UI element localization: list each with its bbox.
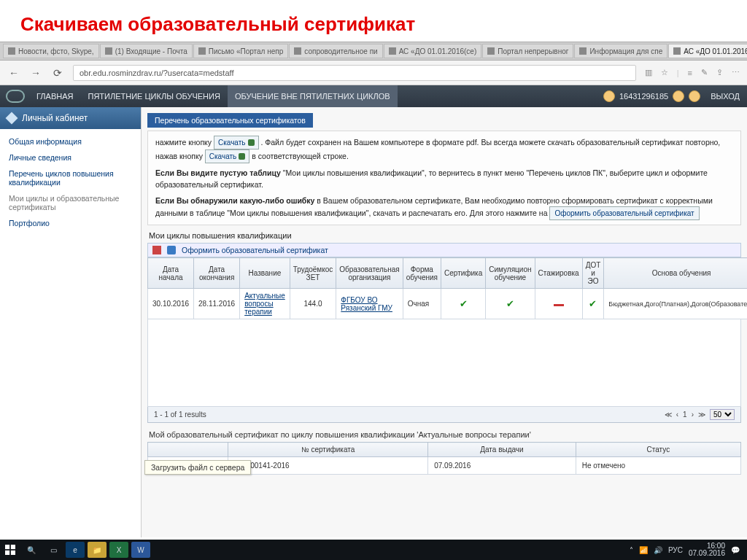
col-number[interactable]: № сертификата	[228, 443, 428, 457]
org-link[interactable]: ФГБОУ ВО Рязанский ГМУ	[341, 296, 392, 312]
favicon-icon	[389, 47, 396, 55]
favorites-icon[interactable]: ☆	[661, 68, 668, 77]
col-dot[interactable]: ДОТ и ЭО	[582, 258, 604, 289]
tray-language[interactable]: РУС	[668, 546, 683, 554]
tray-network-icon[interactable]: 📶	[639, 546, 648, 554]
table-row[interactable]: 30.10.2016 28.11.2016 Актуальные вопросы…	[148, 289, 748, 319]
clock-date: 07.09.2016	[689, 550, 725, 557]
tab-label: Информация для спе	[589, 47, 662, 55]
tool-icon[interactable]	[152, 246, 161, 254]
notes-icon[interactable]: ✎	[701, 68, 708, 77]
col-org[interactable]: Образовательная организация	[336, 258, 403, 289]
sidebar-title: Личный кабинет	[22, 113, 88, 123]
browser-tab[interactable]: Письмо «Портал непр	[193, 44, 289, 58]
cell-start: 30.10.2016	[148, 289, 194, 319]
tray-notifications-icon[interactable]: 💬	[731, 546, 740, 554]
check-icon: ✔	[460, 298, 468, 309]
favicon-icon	[294, 47, 301, 55]
browser-toolbar: ← → ⟳ ▥ ☆ | ≡ ✎ ⇪ ⋯	[0, 61, 747, 85]
col-name[interactable]: Название	[240, 258, 290, 289]
col-start[interactable]: Дата начала	[148, 258, 194, 289]
info-text: нажмите кнопку	[155, 138, 214, 147]
cell-basis: Бюджетная,Дого(Платная),Догов(Образовате…	[604, 289, 747, 319]
col-cert[interactable]: Сертифика	[441, 258, 486, 289]
svg-rect-0	[5, 545, 9, 549]
col-action	[148, 443, 228, 457]
browser-tab[interactable]: Информация для спе	[574, 44, 667, 58]
cell-form: Очная	[403, 289, 441, 319]
taskbar-word-icon[interactable]: W	[131, 542, 150, 558]
cell-date: 07.09.2016	[428, 457, 576, 475]
pager-size-select[interactable]: 50	[710, 409, 735, 420]
download-button-inline[interactable]: Скачать	[205, 149, 250, 163]
sidebar-item-general[interactable]: Общая информация	[0, 133, 141, 149]
pager-first[interactable]: ≪	[665, 411, 672, 419]
pager-last[interactable]: ≫	[698, 411, 705, 419]
table1-title: Мои циклы повышения квалификации	[147, 225, 741, 243]
col-sim[interactable]: Симуляцион обучение	[486, 258, 535, 289]
col-zet[interactable]: Трудоёмкос ЗЕТ	[290, 258, 336, 289]
taskbar-search-icon[interactable]: 🔍	[22, 542, 41, 558]
tray-chevron-icon[interactable]: ˄	[630, 546, 633, 554]
tray-volume-icon[interactable]: 🔊	[654, 546, 662, 554]
windows-taskbar: 🔍 ▭ e 📁 X W ˄ 📶 🔊 РУС 16:00 07.09.2016 💬	[0, 540, 747, 560]
slide-title: Скачиваем образовательный сертификат	[0, 0, 747, 42]
logout-link[interactable]: ВЫХОД	[711, 92, 740, 101]
more-icon[interactable]: ⋯	[732, 68, 740, 77]
favicon-icon	[105, 47, 112, 55]
tool-icon[interactable]	[167, 246, 176, 254]
tab-label: АС «ДО 01.01.2016	[684, 47, 747, 55]
table1-pager: 1 - 1 of 1 results ≪ ‹ 1 › ≫ 50	[147, 407, 741, 423]
content-tab[interactable]: Перечень образовательных сертификатов	[147, 113, 313, 128]
pager-page: 1	[683, 411, 687, 419]
browser-tab-active[interactable]: АС «ДО 01.01.2016✕	[668, 44, 747, 58]
address-bar[interactable]	[73, 65, 636, 81]
form-certificate-button-inline[interactable]: Оформить образовательный сертификат	[549, 206, 699, 220]
col-status[interactable]: Статус	[576, 443, 740, 457]
tray-clock[interactable]: 16:00 07.09.2016	[689, 542, 725, 557]
nav-outside-cycles[interactable]: ОБУЧЕНИЕ ВНЕ ПЯТИЛЕТНИХ ЦИКЛОВ	[228, 85, 398, 107]
col-intern[interactable]: Стажировка	[535, 258, 582, 289]
start-button[interactable]	[0, 540, 20, 560]
download-button-inline[interactable]: Скачать	[214, 136, 259, 149]
tab-label: Портал непрерывног	[498, 47, 568, 55]
sidebar-item-personal[interactable]: Личные сведения	[0, 149, 141, 166]
col-basis[interactable]: Основа обучения	[604, 258, 747, 289]
nav-main[interactable]: ГЛАВНАЯ	[29, 85, 80, 107]
nav-five-year-cycles[interactable]: ПЯТИЛЕТНИЕ ЦИКЛЫ ОБУЧЕНИЯ	[80, 85, 227, 107]
share-icon[interactable]: ⇪	[716, 68, 723, 77]
back-button[interactable]: ←	[7, 66, 20, 79]
help-icon[interactable]	[673, 90, 684, 102]
taskbar-edge-icon[interactable]: e	[66, 542, 85, 558]
info-panel: нажмите кнопку Скачать . Файл будет сохр…	[147, 131, 741, 225]
taskbar-excel-icon[interactable]: X	[109, 542, 128, 558]
col-date[interactable]: Дата выдачи	[428, 443, 576, 457]
cell-zet: 144.0	[290, 289, 336, 319]
browser-tab[interactable]: сопроводительное пи	[289, 44, 382, 58]
taskbar-explorer-icon[interactable]: 📁	[88, 542, 107, 558]
hub-icon[interactable]: ≡	[688, 69, 692, 77]
svg-rect-1	[11, 545, 15, 549]
cycle-name-link[interactable]: Актуальные вопросы терапии	[244, 292, 285, 316]
browser-tab[interactable]: (1) Входящие - Почта	[100, 44, 193, 58]
sidebar-item-portfolio[interactable]: Портфолио	[0, 215, 141, 231]
svg-rect-3	[11, 551, 15, 555]
taskbar-taskview-icon[interactable]: ▭	[44, 542, 63, 558]
reload-button[interactable]: ⟳	[51, 66, 64, 79]
browser-tab[interactable]: АС «ДО 01.01.2016(се)	[384, 44, 482, 58]
sidebar-item-my-cycles[interactable]: Мои циклы и образовательные сертификаты	[0, 190, 141, 215]
browser-tab[interactable]: Портал непрерывног	[482, 44, 573, 58]
reading-mode-icon[interactable]: ▥	[645, 68, 652, 77]
pager-next[interactable]: ›	[692, 411, 694, 419]
col-end[interactable]: Дата окончания	[194, 258, 240, 289]
user-avatar-icon	[603, 90, 615, 102]
browser-tab[interactable]: Новости, фсто, Skype,	[3, 44, 99, 58]
cell-status: Не отмечено	[576, 457, 740, 475]
download-icon	[248, 139, 255, 146]
settings-icon[interactable]	[689, 90, 700, 102]
sidebar-item-cycles-list[interactable]: Перечень циклов повышения квалификации	[0, 166, 141, 190]
forward-button[interactable]: →	[29, 66, 42, 79]
pager-prev[interactable]: ‹	[676, 411, 678, 419]
col-form[interactable]: Форма обучения	[403, 258, 441, 289]
form-certificate-link[interactable]: Оформить образовательный сертификат	[182, 246, 328, 254]
